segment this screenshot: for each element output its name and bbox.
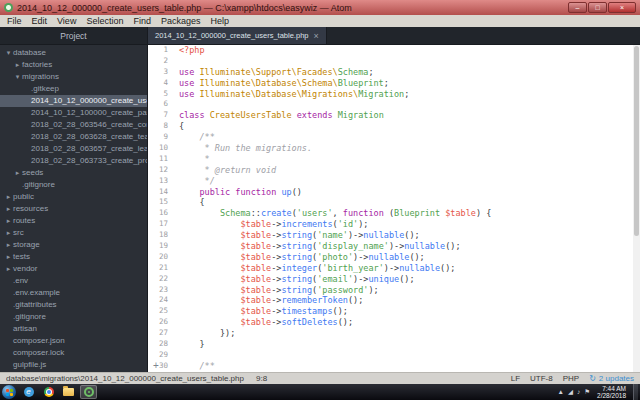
tree-item-database[interactable]: ▾database bbox=[0, 47, 147, 59]
tree-item-resources[interactable]: ▸resources bbox=[0, 203, 147, 215]
taskbar-file-explorer-icon[interactable] bbox=[60, 385, 77, 399]
menu-help[interactable]: Help bbox=[205, 16, 234, 26]
show-desktop-button[interactable] bbox=[633, 384, 638, 400]
tree-item-seeds[interactable]: ▸seeds bbox=[0, 167, 147, 179]
code-line[interactable]: use Illuminate\Support\Facades\Schema; bbox=[179, 67, 640, 78]
code-line[interactable]: { bbox=[179, 121, 640, 132]
tree-item-gitignore[interactable]: .gitignore bbox=[0, 311, 147, 323]
tree-item-storage[interactable]: ▸storage bbox=[0, 239, 147, 251]
taskbar-atom-icon[interactable] bbox=[80, 385, 97, 399]
code-line[interactable]: * Run the migrations. bbox=[179, 143, 640, 154]
code-line[interactable] bbox=[179, 99, 640, 110]
minimize-button[interactable]: – bbox=[568, 2, 587, 13]
tab-close-icon[interactable]: × bbox=[313, 31, 318, 41]
tree-item-gitattributes[interactable]: .gitattributes bbox=[0, 299, 147, 311]
tree-item-2018-02-28-063657-create-leaderbo[interactable]: 2018_02_28_063657_create_leaderbo bbox=[0, 143, 147, 155]
code-line[interactable]: /** bbox=[179, 361, 640, 372]
tree-item-label: artisan bbox=[13, 323, 37, 335]
updates-button[interactable]: ↻ 2 updates bbox=[589, 374, 634, 383]
code-line[interactable]: $table->string('photo')->nullable(); bbox=[179, 252, 640, 263]
code-line[interactable]: $table->timestamps(); bbox=[179, 306, 640, 317]
code-line[interactable]: Schema::create('users', function (Bluepr… bbox=[179, 208, 640, 219]
menu-find[interactable]: Find bbox=[128, 16, 156, 26]
line-number: 14 bbox=[148, 187, 168, 198]
chevron-down-icon: ▾ bbox=[4, 47, 13, 59]
taskbar-internet-explorer-icon[interactable]: e bbox=[20, 385, 37, 399]
status-cursor-position[interactable]: 9:8 bbox=[256, 374, 267, 383]
scrollbar-thumb[interactable] bbox=[634, 46, 639, 236]
code-line[interactable]: use Illuminate\Database\Schema\Blueprint… bbox=[179, 78, 640, 89]
tree-item-routes[interactable]: ▸routes bbox=[0, 215, 147, 227]
tree-item-composer-json[interactable]: composer.json bbox=[0, 335, 147, 347]
tree-item-2014-10-12-000000-create-users-tab[interactable]: 2014_10_12_000000_create_users_tab bbox=[0, 95, 147, 107]
code-line[interactable]: $table->softDeletes(); bbox=[179, 317, 640, 328]
panel-plus-button[interactable]: + bbox=[153, 361, 159, 371]
tree-item-artisan[interactable]: artisan bbox=[0, 323, 147, 335]
code-line[interactable]: } bbox=[179, 339, 640, 350]
menu-file[interactable]: File bbox=[2, 16, 27, 26]
menu-view[interactable]: View bbox=[52, 16, 81, 26]
tree-item-tests[interactable]: ▸tests bbox=[0, 251, 147, 263]
editor-scrollbar[interactable] bbox=[633, 45, 640, 372]
tree-item-composer-lock[interactable]: composer.lock bbox=[0, 347, 147, 359]
status-file-path: database\migrations\2014_10_12_000000_cr… bbox=[6, 374, 244, 383]
code-line[interactable]: * @return void bbox=[179, 165, 640, 176]
code-line[interactable]: public function up() bbox=[179, 187, 640, 198]
tree-item-2018-02-28-063628-create-teams-ta[interactable]: 2018_02_28_063628_create_teams_ta bbox=[0, 131, 147, 143]
code-line[interactable]: $table->string('display_name')->nullable… bbox=[179, 241, 640, 252]
tree-item-factories[interactable]: ▸factories bbox=[0, 59, 147, 71]
code-line[interactable]: class CreateUsersTable extends Migration bbox=[179, 110, 640, 121]
status-line-ending[interactable]: LF bbox=[511, 374, 520, 383]
taskbar-clock[interactable]: 7:44 AM 2/28/2018 bbox=[597, 385, 626, 399]
status-grammar[interactable]: PHP bbox=[563, 374, 579, 383]
code-line[interactable]: use Illuminate\Database\Migrations\Migra… bbox=[179, 89, 640, 100]
tree-item-2018-02-28-063546-create-competit[interactable]: 2018_02_28_063546_create_competit bbox=[0, 119, 147, 131]
tree-item-env[interactable]: .env bbox=[0, 275, 147, 287]
tree-item-gitignore[interactable]: .gitignore bbox=[0, 179, 147, 191]
action-center-icon[interactable]: ⚑ bbox=[584, 388, 590, 396]
tree-item-public[interactable]: ▸public bbox=[0, 191, 147, 203]
chevron-right-icon: ▸ bbox=[13, 167, 22, 179]
code-line[interactable] bbox=[179, 350, 640, 361]
tree-item-env-example[interactable]: .env.example bbox=[0, 287, 147, 299]
code-line[interactable]: $table->integer('birth_year')->nullable(… bbox=[179, 263, 640, 274]
tree-item-gulpfile-js[interactable]: gulpfile.js bbox=[0, 359, 147, 371]
menu-packages[interactable]: Packages bbox=[156, 16, 206, 26]
editor[interactable]: 1234567891011121314151617181920212223242… bbox=[148, 45, 640, 372]
tree-item-migrations[interactable]: ▾migrations bbox=[0, 71, 147, 83]
tree-item-2018-02-28-063733-create-profiles-t[interactable]: 2018_02_28_063733_create_profiles_t bbox=[0, 155, 147, 167]
code-line[interactable]: */ bbox=[179, 176, 640, 187]
status-encoding[interactable]: UTF-8 bbox=[530, 374, 553, 383]
code-line[interactable]: $table->string('name')->nullable(); bbox=[179, 230, 640, 241]
code-line[interactable]: { bbox=[179, 197, 640, 208]
network-icon[interactable]: ◢ bbox=[568, 388, 573, 396]
line-number: 6 bbox=[148, 99, 168, 110]
tree-item-vendor[interactable]: ▸vendor bbox=[0, 263, 147, 275]
code-line[interactable]: /** bbox=[179, 132, 640, 143]
code-line[interactable]: }); bbox=[179, 328, 640, 339]
taskbar-google-chrome-icon[interactable] bbox=[40, 385, 57, 399]
code-line[interactable]: $table->increments('id'); bbox=[179, 219, 640, 230]
volume-icon[interactable]: ♪ bbox=[577, 388, 580, 396]
hidden-icons-icon[interactable]: ▲ bbox=[558, 388, 564, 396]
code-line[interactable]: $table->string('password'); bbox=[179, 285, 640, 296]
code-line[interactable]: $table->rememberToken(); bbox=[179, 295, 640, 306]
menu-selection[interactable]: Selection bbox=[81, 16, 128, 26]
tray-icons: ▲◢♪⚑ bbox=[558, 388, 591, 396]
tree-list: ▾database▸factories▾migrations.gitkeep20… bbox=[0, 45, 147, 372]
tree-view: Project ▾database▸factories▾migrations.g… bbox=[0, 27, 148, 372]
code-line[interactable]: <?php bbox=[179, 45, 640, 56]
tab-create-users-table[interactable]: 2014_10_12_000000_create_users_table.php… bbox=[148, 27, 327, 44]
code-line[interactable]: * bbox=[179, 154, 640, 165]
code-line[interactable]: $table->string('email')->unique(); bbox=[179, 274, 640, 285]
menu-edit[interactable]: Edit bbox=[27, 16, 53, 26]
tree-item-gitkeep[interactable]: .gitkeep bbox=[0, 83, 147, 95]
chevron-right-icon: ▸ bbox=[4, 239, 13, 251]
start-button[interactable] bbox=[2, 385, 16, 399]
close-button[interactable]: × bbox=[608, 2, 636, 13]
maximize-button[interactable]: □ bbox=[588, 2, 607, 13]
tree-item-src[interactable]: ▸src bbox=[0, 227, 147, 239]
code-line[interactable] bbox=[179, 56, 640, 67]
status-bar: database\migrations\2014_10_12_000000_cr… bbox=[0, 372, 640, 384]
tree-item-2014-10-12-100000-create-password[interactable]: 2014_10_12_100000_create_password bbox=[0, 107, 147, 119]
